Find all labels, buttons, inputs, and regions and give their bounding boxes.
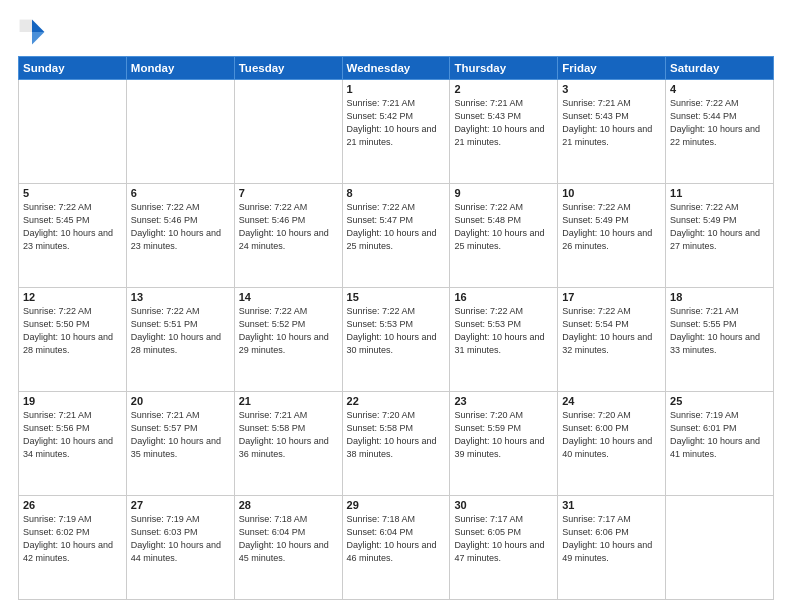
weekday-header: Monday bbox=[126, 57, 234, 80]
calendar-cell: 23Sunrise: 7:20 AM Sunset: 5:59 PM Dayli… bbox=[450, 392, 558, 496]
calendar-cell: 14Sunrise: 7:22 AM Sunset: 5:52 PM Dayli… bbox=[234, 288, 342, 392]
day-info: Sunrise: 7:21 AM Sunset: 5:42 PM Dayligh… bbox=[347, 97, 446, 149]
day-number: 28 bbox=[239, 499, 338, 511]
day-info: Sunrise: 7:20 AM Sunset: 5:59 PM Dayligh… bbox=[454, 409, 553, 461]
day-info: Sunrise: 7:22 AM Sunset: 5:47 PM Dayligh… bbox=[347, 201, 446, 253]
week-row: 19Sunrise: 7:21 AM Sunset: 5:56 PM Dayli… bbox=[19, 392, 774, 496]
week-row: 5Sunrise: 7:22 AM Sunset: 5:45 PM Daylig… bbox=[19, 184, 774, 288]
calendar-cell: 11Sunrise: 7:22 AM Sunset: 5:49 PM Dayli… bbox=[666, 184, 774, 288]
day-number: 27 bbox=[131, 499, 230, 511]
week-row: 26Sunrise: 7:19 AM Sunset: 6:02 PM Dayli… bbox=[19, 496, 774, 600]
calendar-cell bbox=[666, 496, 774, 600]
weekday-header: Saturday bbox=[666, 57, 774, 80]
day-number: 25 bbox=[670, 395, 769, 407]
day-info: Sunrise: 7:21 AM Sunset: 5:43 PM Dayligh… bbox=[454, 97, 553, 149]
day-info: Sunrise: 7:20 AM Sunset: 5:58 PM Dayligh… bbox=[347, 409, 446, 461]
day-info: Sunrise: 7:19 AM Sunset: 6:03 PM Dayligh… bbox=[131, 513, 230, 565]
calendar-cell: 25Sunrise: 7:19 AM Sunset: 6:01 PM Dayli… bbox=[666, 392, 774, 496]
day-info: Sunrise: 7:22 AM Sunset: 5:46 PM Dayligh… bbox=[239, 201, 338, 253]
day-number: 4 bbox=[670, 83, 769, 95]
calendar-cell: 30Sunrise: 7:17 AM Sunset: 6:05 PM Dayli… bbox=[450, 496, 558, 600]
day-number: 10 bbox=[562, 187, 661, 199]
day-number: 20 bbox=[131, 395, 230, 407]
day-info: Sunrise: 7:21 AM Sunset: 5:43 PM Dayligh… bbox=[562, 97, 661, 149]
calendar-cell: 13Sunrise: 7:22 AM Sunset: 5:51 PM Dayli… bbox=[126, 288, 234, 392]
header bbox=[18, 18, 774, 46]
calendar-cell: 17Sunrise: 7:22 AM Sunset: 5:54 PM Dayli… bbox=[558, 288, 666, 392]
day-info: Sunrise: 7:22 AM Sunset: 5:46 PM Dayligh… bbox=[131, 201, 230, 253]
weekday-header: Tuesday bbox=[234, 57, 342, 80]
day-number: 2 bbox=[454, 83, 553, 95]
day-info: Sunrise: 7:18 AM Sunset: 6:04 PM Dayligh… bbox=[239, 513, 338, 565]
day-info: Sunrise: 7:19 AM Sunset: 6:02 PM Dayligh… bbox=[23, 513, 122, 565]
day-number: 29 bbox=[347, 499, 446, 511]
calendar-cell: 28Sunrise: 7:18 AM Sunset: 6:04 PM Dayli… bbox=[234, 496, 342, 600]
calendar-table: SundayMondayTuesdayWednesdayThursdayFrid… bbox=[18, 56, 774, 600]
day-number: 30 bbox=[454, 499, 553, 511]
svg-marker-1 bbox=[32, 32, 44, 44]
day-number: 5 bbox=[23, 187, 122, 199]
day-info: Sunrise: 7:19 AM Sunset: 6:01 PM Dayligh… bbox=[670, 409, 769, 461]
day-info: Sunrise: 7:22 AM Sunset: 5:48 PM Dayligh… bbox=[454, 201, 553, 253]
week-row: 1Sunrise: 7:21 AM Sunset: 5:42 PM Daylig… bbox=[19, 80, 774, 184]
calendar-cell: 19Sunrise: 7:21 AM Sunset: 5:56 PM Dayli… bbox=[19, 392, 127, 496]
day-info: Sunrise: 7:22 AM Sunset: 5:51 PM Dayligh… bbox=[131, 305, 230, 357]
svg-rect-2 bbox=[20, 20, 32, 32]
day-info: Sunrise: 7:22 AM Sunset: 5:53 PM Dayligh… bbox=[454, 305, 553, 357]
day-number: 7 bbox=[239, 187, 338, 199]
day-info: Sunrise: 7:22 AM Sunset: 5:54 PM Dayligh… bbox=[562, 305, 661, 357]
calendar-cell: 3Sunrise: 7:21 AM Sunset: 5:43 PM Daylig… bbox=[558, 80, 666, 184]
calendar-cell bbox=[234, 80, 342, 184]
calendar-cell: 24Sunrise: 7:20 AM Sunset: 6:00 PM Dayli… bbox=[558, 392, 666, 496]
day-number: 31 bbox=[562, 499, 661, 511]
day-info: Sunrise: 7:22 AM Sunset: 5:49 PM Dayligh… bbox=[670, 201, 769, 253]
day-number: 21 bbox=[239, 395, 338, 407]
day-info: Sunrise: 7:22 AM Sunset: 5:53 PM Dayligh… bbox=[347, 305, 446, 357]
calendar-cell: 6Sunrise: 7:22 AM Sunset: 5:46 PM Daylig… bbox=[126, 184, 234, 288]
logo bbox=[18, 18, 50, 46]
day-number: 3 bbox=[562, 83, 661, 95]
calendar-cell: 4Sunrise: 7:22 AM Sunset: 5:44 PM Daylig… bbox=[666, 80, 774, 184]
calendar-cell: 22Sunrise: 7:20 AM Sunset: 5:58 PM Dayli… bbox=[342, 392, 450, 496]
calendar-cell: 26Sunrise: 7:19 AM Sunset: 6:02 PM Dayli… bbox=[19, 496, 127, 600]
day-number: 14 bbox=[239, 291, 338, 303]
day-number: 1 bbox=[347, 83, 446, 95]
weekday-header: Friday bbox=[558, 57, 666, 80]
day-number: 19 bbox=[23, 395, 122, 407]
day-info: Sunrise: 7:21 AM Sunset: 5:58 PM Dayligh… bbox=[239, 409, 338, 461]
day-info: Sunrise: 7:21 AM Sunset: 5:55 PM Dayligh… bbox=[670, 305, 769, 357]
calendar-cell bbox=[19, 80, 127, 184]
day-number: 16 bbox=[454, 291, 553, 303]
day-info: Sunrise: 7:22 AM Sunset: 5:49 PM Dayligh… bbox=[562, 201, 661, 253]
calendar-cell: 31Sunrise: 7:17 AM Sunset: 6:06 PM Dayli… bbox=[558, 496, 666, 600]
svg-marker-0 bbox=[32, 20, 44, 32]
logo-icon bbox=[18, 18, 46, 46]
day-number: 24 bbox=[562, 395, 661, 407]
calendar-cell: 5Sunrise: 7:22 AM Sunset: 5:45 PM Daylig… bbox=[19, 184, 127, 288]
calendar-cell: 7Sunrise: 7:22 AM Sunset: 5:46 PM Daylig… bbox=[234, 184, 342, 288]
day-info: Sunrise: 7:18 AM Sunset: 6:04 PM Dayligh… bbox=[347, 513, 446, 565]
day-info: Sunrise: 7:17 AM Sunset: 6:06 PM Dayligh… bbox=[562, 513, 661, 565]
day-number: 15 bbox=[347, 291, 446, 303]
calendar-cell bbox=[126, 80, 234, 184]
calendar-cell: 20Sunrise: 7:21 AM Sunset: 5:57 PM Dayli… bbox=[126, 392, 234, 496]
weekday-header-row: SundayMondayTuesdayWednesdayThursdayFrid… bbox=[19, 57, 774, 80]
page: SundayMondayTuesdayWednesdayThursdayFrid… bbox=[0, 0, 792, 612]
calendar-cell: 2Sunrise: 7:21 AM Sunset: 5:43 PM Daylig… bbox=[450, 80, 558, 184]
calendar-cell: 18Sunrise: 7:21 AM Sunset: 5:55 PM Dayli… bbox=[666, 288, 774, 392]
day-info: Sunrise: 7:17 AM Sunset: 6:05 PM Dayligh… bbox=[454, 513, 553, 565]
day-number: 13 bbox=[131, 291, 230, 303]
day-info: Sunrise: 7:21 AM Sunset: 5:57 PM Dayligh… bbox=[131, 409, 230, 461]
calendar-cell: 27Sunrise: 7:19 AM Sunset: 6:03 PM Dayli… bbox=[126, 496, 234, 600]
day-number: 9 bbox=[454, 187, 553, 199]
weekday-header: Sunday bbox=[19, 57, 127, 80]
calendar-cell: 8Sunrise: 7:22 AM Sunset: 5:47 PM Daylig… bbox=[342, 184, 450, 288]
day-info: Sunrise: 7:22 AM Sunset: 5:45 PM Dayligh… bbox=[23, 201, 122, 253]
calendar-cell: 1Sunrise: 7:21 AM Sunset: 5:42 PM Daylig… bbox=[342, 80, 450, 184]
day-info: Sunrise: 7:22 AM Sunset: 5:52 PM Dayligh… bbox=[239, 305, 338, 357]
calendar-cell: 15Sunrise: 7:22 AM Sunset: 5:53 PM Dayli… bbox=[342, 288, 450, 392]
day-number: 22 bbox=[347, 395, 446, 407]
day-number: 26 bbox=[23, 499, 122, 511]
week-row: 12Sunrise: 7:22 AM Sunset: 5:50 PM Dayli… bbox=[19, 288, 774, 392]
calendar-cell: 16Sunrise: 7:22 AM Sunset: 5:53 PM Dayli… bbox=[450, 288, 558, 392]
